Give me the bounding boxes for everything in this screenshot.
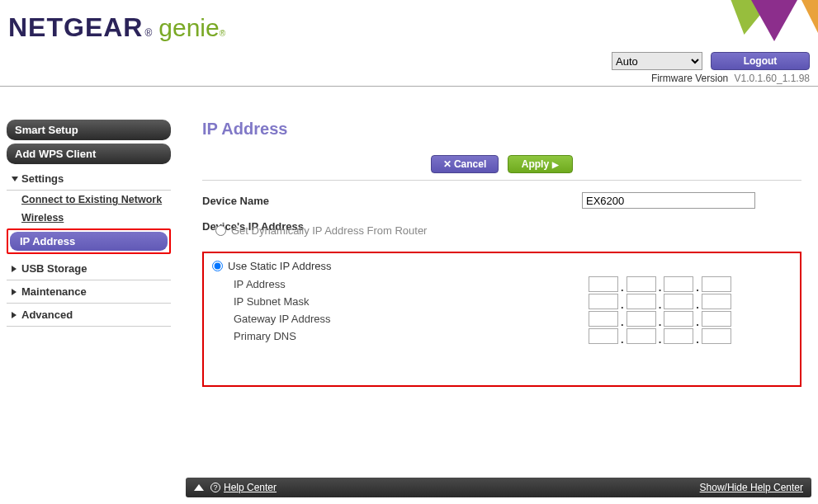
help-icon: ? [210, 483, 220, 492]
arrow-right-icon: ▶ [552, 160, 559, 169]
page-title: IP Address [202, 120, 801, 139]
apply-button[interactable]: Apply▶ [508, 155, 573, 173]
chevron-up-icon[interactable] [194, 484, 204, 491]
content: IP Address ✕Cancel Apply▶ Device Name De… [177, 87, 818, 474]
chevron-right-icon [12, 312, 17, 318]
sidebar-active-highlight: IP Address [7, 228, 171, 254]
firmware-value: V1.0.1.60_1.1.98 [735, 73, 810, 84]
dns-octet-1[interactable] [589, 328, 618, 344]
cancel-button[interactable]: ✕Cancel [431, 155, 499, 173]
subnet-octet-1[interactable] [589, 294, 618, 309]
help-center-link[interactable]: Help Center [224, 482, 277, 493]
brand-genie: genie [158, 14, 219, 42]
action-row: ✕Cancel Apply▶ [202, 155, 801, 181]
radio-dynamic-label: Get Dynamically IP Address From Router [231, 224, 427, 237]
apply-label: Apply [522, 158, 549, 170]
cancel-label: Cancel [454, 158, 486, 170]
dns-label: Primary DNS [234, 330, 589, 342]
sidebar-settings[interactable]: Settings [7, 167, 171, 191]
radio-static[interactable] [212, 261, 223, 271]
subnet-octet-3[interactable] [664, 294, 693, 309]
ip-address-octet-3[interactable] [664, 276, 693, 292]
dot: . [621, 299, 624, 311]
chevron-down-icon [12, 177, 18, 181]
registered-icon: ® [144, 27, 152, 39]
decor-triangle-orange [801, 0, 818, 33]
language-select[interactable]: Auto [612, 52, 702, 70]
sidebar-smart-setup[interactable]: Smart Setup [7, 120, 171, 140]
radio-static-label: Use Static IP Address [228, 260, 332, 272]
brand-logo: NETGEAR ® genie ® [8, 12, 225, 43]
radio-dynamic[interactable] [215, 225, 226, 236]
dot: . [621, 316, 624, 328]
brand-genie-dot: ® [220, 29, 225, 38]
chevron-right-icon [12, 266, 17, 272]
subnet-label: IP Subnet Mask [234, 295, 589, 308]
subnet-octet-4[interactable] [702, 294, 731, 309]
ip-address-octet-2[interactable] [627, 276, 656, 292]
dot: . [659, 333, 662, 346]
static-ip-highlight-box: Use Static IP Address IP Address . . . I… [202, 252, 801, 387]
dot: . [659, 299, 662, 311]
dot: . [621, 281, 624, 294]
sidebar-connect-existing[interactable]: Connect to Existing Network [7, 191, 171, 209]
sidebar-settings-label: Settings [21, 172, 64, 185]
gateway-octet-4[interactable] [702, 311, 731, 327]
dot: . [659, 281, 662, 294]
gateway-octet-2[interactable] [627, 311, 656, 327]
help-footer: ? Help Center Show/Hide Help Center [186, 478, 811, 497]
device-name-input[interactable] [582, 192, 755, 209]
sidebar-maintenance[interactable]: Maintenance [7, 280, 171, 304]
gateway-octet-3[interactable] [664, 311, 693, 327]
header-decor [702, 0, 818, 49]
chevron-right-icon [12, 289, 17, 295]
show-hide-help-link[interactable]: Show/Hide Help Center [700, 482, 803, 493]
sidebar-maintenance-label: Maintenance [21, 285, 87, 298]
logout-button[interactable]: Logout [711, 52, 810, 70]
subnet-octet-2[interactable] [627, 294, 656, 309]
ip-address-octet-4[interactable] [702, 276, 731, 292]
firmware-label: Firmware Version [651, 73, 728, 84]
sidebar-wireless[interactable]: Wireless [7, 209, 171, 227]
dns-octet-2[interactable] [627, 328, 656, 344]
gateway-label: Gateway IP Address [234, 313, 589, 325]
sidebar: Smart Setup Add WPS Client Settings Conn… [0, 87, 177, 474]
ip-address-octet-1[interactable] [589, 276, 618, 292]
sidebar-add-wps-client[interactable]: Add WPS Client [7, 144, 171, 164]
radio-dynamic-row: Get Dynamically IP Address From Router [215, 224, 801, 237]
decor-triangle-purple [751, 0, 797, 41]
dns-octet-3[interactable] [664, 328, 693, 344]
dot: . [696, 316, 699, 328]
dot: . [621, 333, 624, 346]
sidebar-usb-storage[interactable]: USB Storage [7, 257, 171, 280]
device-name-label: Device Name [202, 195, 582, 207]
dns-octet-4[interactable] [702, 328, 731, 344]
dot: . [696, 333, 699, 346]
close-icon: ✕ [443, 158, 452, 170]
ip-address-label: IP Address [234, 278, 589, 290]
sidebar-ip-address[interactable]: IP Address [10, 232, 168, 251]
gateway-octet-1[interactable] [589, 311, 618, 327]
sidebar-advanced[interactable]: Advanced [7, 304, 171, 327]
brand-netgear: NETGEAR [8, 12, 143, 43]
dot: . [696, 281, 699, 294]
sidebar-usb-label: USB Storage [21, 262, 87, 275]
sidebar-advanced-label: Advanced [21, 309, 73, 321]
firmware-version: Firmware Version V1.0.1.60_1.1.98 [651, 73, 810, 84]
dot: . [659, 316, 662, 328]
dot: . [696, 299, 699, 311]
